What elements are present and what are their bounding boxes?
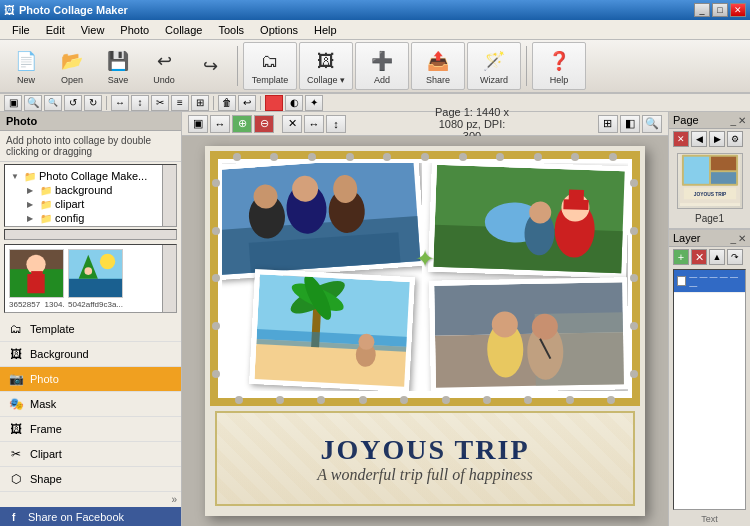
menu-photo[interactable]: Photo [112, 22, 157, 38]
color-button[interactable] [265, 95, 283, 111]
menu-view[interactable]: View [73, 22, 113, 38]
add-button[interactable]: ➕ Add [355, 42, 409, 90]
zoom-in-button[interactable]: 🔍 [24, 95, 42, 111]
maximize-button[interactable]: □ [712, 3, 728, 17]
flip-h-button[interactable]: ↔ [111, 95, 129, 111]
layer-checkbox[interactable]: ✓ [677, 276, 686, 286]
page-1-thumbnail[interactable]: JOYOUS TRIP [677, 153, 743, 209]
collage-canvas[interactable]: ✦ JOYOUS TRIP A wonderful trip full of h… [205, 146, 645, 516]
template-button[interactable]: 🗂 Template [243, 42, 297, 90]
title-text: Photo Collage Maker [19, 4, 694, 16]
collage-button[interactable]: 🖼 Collage ▾ [299, 42, 353, 90]
layer-panel-close[interactable]: ✕ [738, 233, 746, 244]
layer-down-btn[interactable]: ↷ [727, 249, 743, 265]
file-tree: ▼ 📁 Photo Collage Make... ▶ 📁 background… [5, 165, 162, 226]
opacity-button[interactable]: ◐ [285, 95, 303, 111]
tree-scrollbar[interactable] [162, 165, 176, 226]
canvas-zoom-btn[interactable]: 🔍 [642, 115, 662, 133]
menu-collage[interactable]: Collage [157, 22, 210, 38]
minimize-button[interactable]: _ [694, 3, 710, 17]
photo-right-area [423, 163, 628, 391]
page-next-btn[interactable]: ▶ [709, 131, 725, 147]
tab-shape[interactable]: ⬡ Shape [0, 467, 181, 492]
menu-help[interactable]: Help [306, 22, 345, 38]
help-button[interactable]: ❓ Help [532, 42, 586, 90]
redo-button[interactable]: ↪ [188, 42, 232, 90]
tab-clipart[interactable]: ✂ Clipart [0, 442, 181, 467]
canvas-view-btn[interactable]: ◧ [620, 115, 640, 133]
zoom-out-button[interactable]: 🔍 [44, 95, 62, 111]
page-panel-minimize[interactable]: _ [730, 115, 736, 126]
open-button[interactable]: 📂 Open [50, 42, 94, 90]
canvas-tool-4[interactable]: ⊖ [254, 115, 274, 133]
canvas-fit-btn[interactable]: ⊞ [598, 115, 618, 133]
tab-mask[interactable]: 🎭 Mask [0, 392, 181, 417]
canvas-tool-1[interactable]: ▣ [188, 115, 208, 133]
close-button[interactable]: ✕ [730, 3, 746, 17]
canvas-tool-3[interactable]: ⊕ [232, 115, 252, 133]
perf-dot [459, 153, 467, 161]
tab-photo[interactable]: 📷 Photo [0, 367, 181, 392]
page-add-btn[interactable]: ✕ [673, 131, 689, 147]
tree-item-clipart[interactable]: ▶ 📁 clipart [25, 197, 158, 211]
share-button[interactable]: 📤 Share [411, 42, 465, 90]
photo-bottom-left [249, 269, 415, 391]
undo-button[interactable]: ↩ Undo [142, 42, 186, 90]
perf-dot [359, 396, 367, 404]
perf-dot [442, 396, 450, 404]
left-tabs: 🗂 Template 🖼 Background 📷 Photo 🎭 Mask 🖼… [0, 317, 181, 492]
thumbnail-label: 5042affd9c3a... [68, 300, 123, 309]
crop-button[interactable]: ✂ [151, 95, 169, 111]
canvas-tool-5[interactable]: ✕ [282, 115, 302, 133]
page-prev-btn[interactable]: ◀ [691, 131, 707, 147]
rotate-left-button[interactable]: ↺ [64, 95, 82, 111]
page-panel-close[interactable]: ✕ [738, 115, 746, 126]
rotate-right-button[interactable]: ↻ [84, 95, 102, 111]
thumbnail-item[interactable]: 3652857_1304... [9, 249, 64, 308]
canvas-area[interactable]: ✦ JOYOUS TRIP A wonderful trip full of h… [182, 136, 668, 526]
layer-panel-minimize[interactable]: _ [730, 233, 736, 244]
tab-background[interactable]: 🖼 Background [0, 342, 181, 367]
undo2-button[interactable]: ↩ [238, 95, 256, 111]
photo-thumb-scrollbar[interactable] [162, 245, 176, 312]
thumbnail-item[interactable]: 5042affd9c3a... [68, 249, 123, 308]
new-icon: 📄 [12, 47, 40, 75]
layer-up-btn[interactable]: ▲ [709, 249, 725, 265]
expand-btn[interactable]: » [0, 492, 181, 507]
facebook-share-button[interactable]: f Share on Facebook [0, 507, 181, 526]
sel-tool-button[interactable]: ▣ [4, 95, 22, 111]
canvas-tool-6[interactable]: ↔ [304, 115, 324, 133]
tree-item-data[interactable]: ▶ 📁 data [25, 225, 158, 226]
canvas-tool-2[interactable]: ↔ [210, 115, 230, 133]
shape-tab-icon: ⬡ [8, 471, 24, 487]
wizard-button[interactable]: 🪄 Wizard [467, 42, 521, 90]
tab-frame[interactable]: 🖼 Frame [0, 417, 181, 442]
toolbar: 📄 New 📂 Open 💾 Save ↩ Undo ↪ 🗂 Template … [0, 40, 750, 94]
align-button[interactable]: ≡ [171, 95, 189, 111]
perf-dot [571, 153, 579, 161]
menu-file[interactable]: File [4, 22, 38, 38]
layer-delete-btn[interactable]: ✕ [691, 249, 707, 265]
menu-edit[interactable]: Edit [38, 22, 73, 38]
new-button[interactable]: 📄 New [4, 42, 48, 90]
flip-v-button[interactable]: ↕ [131, 95, 149, 111]
delete-button[interactable]: 🗑 [218, 95, 236, 111]
order-button[interactable]: ⊞ [191, 95, 209, 111]
save-button[interactable]: 💾 Save [96, 42, 140, 90]
template-icon: 🗂 [256, 47, 284, 75]
file-tree-area[interactable]: ▼ 📁 Photo Collage Make... ▶ 📁 background… [4, 164, 177, 227]
menu-tools[interactable]: Tools [210, 22, 252, 38]
photo-left-area [222, 163, 422, 391]
tree-item-config[interactable]: ▶ 📁 config [25, 211, 158, 225]
layer-add-btn[interactable]: + [673, 249, 689, 265]
layer-item[interactable]: ✓ — — — — — — [674, 270, 745, 293]
effect-button[interactable]: ✦ [305, 95, 323, 111]
menu-options[interactable]: Options [252, 22, 306, 38]
sec-sep-3 [260, 96, 261, 110]
tab-template[interactable]: 🗂 Template [0, 317, 181, 342]
tree-hscroll[interactable] [4, 229, 177, 240]
canvas-tool-7[interactable]: ↕ [326, 115, 346, 133]
tree-item-background[interactable]: ▶ 📁 background [25, 183, 158, 197]
page-settings-btn[interactable]: ⚙ [727, 131, 743, 147]
tree-root[interactable]: ▼ 📁 Photo Collage Make... [9, 169, 158, 183]
